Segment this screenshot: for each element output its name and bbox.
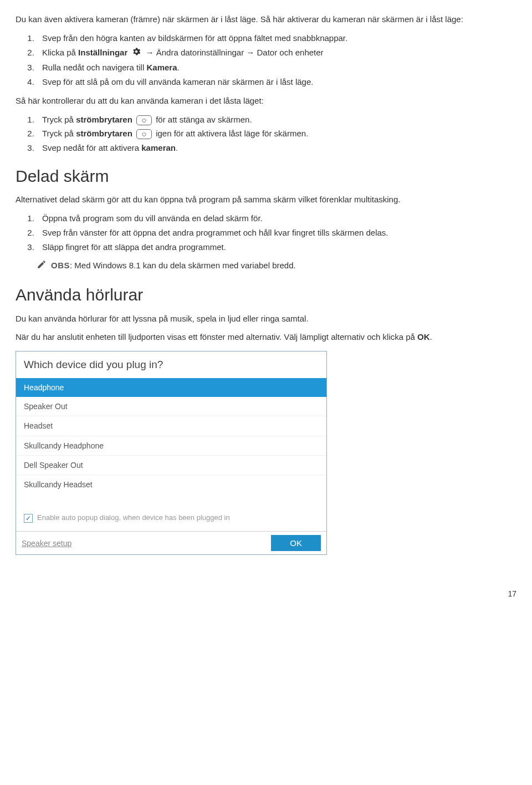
step-text: Tryck på — [42, 129, 76, 138]
step-text: Öppna två program som du vill använda en… — [42, 213, 263, 223]
step-text: . — [177, 63, 180, 72]
step-text: Tryck på — [42, 115, 76, 124]
note-row: OBS: Med Windows 8.1 kan du dela skärmen… — [37, 259, 516, 273]
device-option[interactable]: Headphone — [16, 378, 326, 397]
device-list: HeadphoneSpeaker OutHeadsetSkullcandy He… — [16, 377, 326, 498]
audio-device-dialog: Which device did you plug in? HeadphoneS… — [16, 351, 516, 555]
note-body: : Med Windows 8.1 kan du dela skärmen me… — [70, 261, 296, 270]
step-text: Klicka på — [42, 48, 78, 57]
device-option[interactable]: Headset — [16, 416, 326, 436]
step-text: för att stänga av skärmen. — [156, 115, 252, 124]
step-text: Svep från vänster för att öppna det andr… — [42, 228, 388, 237]
auto-popup-checkbox-row[interactable]: ✓ Enable auto popup dialog, when device … — [16, 497, 326, 528]
list-item: Svep från vänster för att öppna det andr… — [37, 227, 516, 239]
text: När du har anslutit enheten till ljudpor… — [16, 332, 417, 341]
step-text: Släpp fingret för att släppa det andra p… — [42, 242, 226, 252]
heading-horlurar: Använda hörlurar — [16, 283, 516, 307]
text-bold: OK — [417, 332, 430, 341]
power-button-icon — [136, 115, 152, 125]
paragraph: Du kan använda hörlurar för att lyssna p… — [16, 313, 516, 325]
list-item: Svep nedåt för att aktivera kameran. — [37, 142, 516, 154]
step-text-bold: strömbrytaren — [76, 129, 132, 138]
paragraph: När du har anslutit enheten till ljudpor… — [16, 331, 516, 343]
ok-button[interactable]: OK — [271, 535, 321, 551]
speaker-setup-link[interactable]: Speaker setup — [22, 538, 71, 549]
list-item: Öppna två program som du vill använda en… — [37, 212, 516, 225]
step-text-bold: Inställningar — [78, 48, 127, 57]
dialog-title: Which device did you plug in? — [16, 351, 326, 377]
step-text: igen för att aktivera låst läge för skär… — [156, 129, 308, 138]
steps-list-1: Svep från den högra kanten av bildskärme… — [16, 32, 516, 88]
note-text: OBS: Med Windows 8.1 kan du dela skärmen… — [51, 259, 296, 272]
dialog-footer: Speaker setup OK — [16, 531, 326, 551]
list-item: Klicka på Inställningar → Ändra datorins… — [37, 47, 516, 60]
device-option[interactable]: Skullcandy Headphone — [16, 436, 326, 456]
paragraph: Alternativet delad skärm gör att du kan … — [16, 193, 516, 206]
list-item: Svep från den högra kanten av bildskärme… — [37, 32, 516, 44]
power-button-icon — [136, 129, 152, 139]
step-text: → Ändra datorinställningar → Dator och e… — [146, 48, 324, 57]
device-option[interactable]: Dell Speaker Out — [16, 456, 326, 475]
note-label: OBS — [51, 261, 70, 270]
list-item: Tryck på strömbrytaren igen för att akti… — [37, 128, 516, 140]
step-text-bold: strömbrytaren — [76, 115, 132, 124]
device-option[interactable]: Skullcandy Headset — [16, 475, 326, 494]
note-pencil-icon — [37, 259, 47, 273]
checkbox-label: Enable auto popup dialog, when device ha… — [37, 513, 230, 523]
list-item: Rulla nedåt och navigera till Kamera. — [37, 62, 516, 74]
paragraph: Så här kontrollerar du att du kan använd… — [16, 95, 516, 107]
steps-list-3: Öppna två program som du vill använda en… — [16, 212, 516, 253]
step-text: Svep för att slå på om du vill använda k… — [42, 77, 313, 86]
text: . — [430, 332, 432, 341]
page-number: 17 — [16, 588, 516, 599]
dialog-box: Which device did you plug in? HeadphoneS… — [16, 351, 327, 555]
list-item: Tryck på strömbrytaren för att stänga av… — [37, 114, 516, 126]
intro-paragraph: Du kan även aktivera kameran (främre) nä… — [16, 13, 516, 26]
list-item: Svep för att slå på om du vill använda k… — [37, 76, 516, 88]
step-text-bold: kameran — [141, 143, 176, 152]
step-text: Rulla nedåt och navigera till — [42, 63, 146, 72]
gear-icon — [131, 47, 141, 60]
list-item: Släpp fingret för att släppa det andra p… — [37, 241, 516, 253]
step-text: . — [176, 143, 178, 152]
device-option[interactable]: Speaker Out — [16, 397, 326, 416]
step-text-bold: Kamera — [146, 63, 177, 72]
heading-delad-skarm: Delad skärm — [16, 164, 516, 188]
checkbox-icon[interactable]: ✓ — [24, 514, 33, 523]
step-text: Svep från den högra kanten av bildskärme… — [42, 33, 347, 43]
step-text: Svep nedåt för att aktivera — [42, 143, 141, 152]
steps-list-2: Tryck på strömbrytaren för att stänga av… — [16, 114, 516, 154]
